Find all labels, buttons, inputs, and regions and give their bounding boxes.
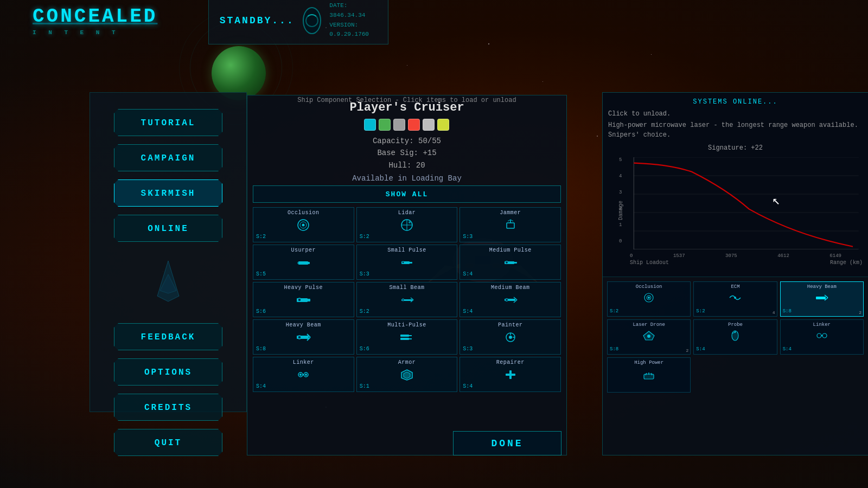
game-logo: CONCEALED I N T E N T xyxy=(33,5,157,36)
component-usurper[interactable]: Usurper S:5 xyxy=(253,245,354,280)
base-sig-stat: Base Sig: +15 xyxy=(349,147,464,159)
sidebar-item-quit[interactable]: QUIT xyxy=(114,429,222,456)
show-all-button[interactable]: SHOW ALL xyxy=(253,185,561,203)
component-multi-pulse[interactable]: Multi-Pulse S:6 xyxy=(356,319,458,355)
loadout-ecm[interactable]: ECM S:2 4 xyxy=(693,281,777,317)
sidebar-item-skirmish[interactable]: SKIRMISH xyxy=(114,179,222,207)
loading-bay-section: Available in Loading Bay SHOW ALL xyxy=(253,174,561,203)
sidebar-item-campaign[interactable]: CAMPAIGN xyxy=(114,144,222,171)
component-multi-pulse-icon xyxy=(398,331,416,344)
svg-point-18 xyxy=(402,261,404,264)
version-info: DATE: 3846.34.34 VERSION: 0.9.29.1760 xyxy=(329,1,377,39)
loadout-high-power[interactable]: High Power xyxy=(607,357,691,393)
component-heavy-beam-icon xyxy=(295,331,312,344)
loadout-occlusion-name: Occlusion xyxy=(636,284,662,290)
component-small-pulse[interactable]: Small Pulse S:3 xyxy=(356,245,458,280)
weapon-description: High-power microwave laser - the longest… xyxy=(608,120,863,140)
loadout-laser-drone[interactable]: Laser Drone S:8 2 xyxy=(607,319,691,355)
component-linker[interactable]: Linker S:4 xyxy=(253,357,354,392)
svg-point-24 xyxy=(298,298,301,301)
component-armor[interactable]: Armor S:1 xyxy=(356,357,458,392)
component-heavy-beam[interactable]: Heavy Beam S:8 xyxy=(253,319,354,355)
loadout-ecm-icon xyxy=(727,292,743,306)
sidebar-item-options[interactable]: OPTIONS xyxy=(114,358,222,386)
loadout-linker-name: Linker xyxy=(813,322,831,328)
cursor-arrow: ↖ xyxy=(773,192,780,208)
loadout-probe-icon xyxy=(727,330,743,344)
logo-subtitle: I N T E N T xyxy=(33,29,157,36)
component-multi-pulse-name: Multi-Pulse xyxy=(387,322,426,328)
component-small-beam[interactable]: Small Beam S:2 xyxy=(356,282,458,317)
sidebar-item-tutorial[interactable]: TUTORIAL xyxy=(114,109,222,136)
loading-bay-title: Available in Loading Bay xyxy=(253,174,561,183)
x-label-1537: 1537 xyxy=(673,253,685,259)
color-dot-gray[interactable] xyxy=(393,119,405,131)
component-linker-icon xyxy=(295,368,312,381)
component-painter-sig: S:3 xyxy=(463,346,473,352)
svg-point-8 xyxy=(409,221,411,223)
color-dot-lightgray[interactable] xyxy=(423,119,435,131)
sidebar: TUTORIAL CAMPAIGN SKIRMISH ONLINE FEEDBA… xyxy=(90,92,247,412)
component-medium-beam-name: Medium Beam xyxy=(491,285,530,291)
y-label-0: 0 xyxy=(619,239,622,244)
loadout-heavy-beam-name: Heavy Beam xyxy=(807,284,837,290)
loadout-linker[interactable]: Linker S:4 xyxy=(780,319,864,355)
component-medium-pulse-sig: S:4 xyxy=(463,271,473,277)
systems-online-text: SYSTEMS ONLINE... xyxy=(608,98,863,106)
component-armor-name: Armor xyxy=(398,359,416,365)
component-usurper-icon xyxy=(295,256,312,269)
color-dot-cyan[interactable] xyxy=(364,119,376,131)
svg-rect-9 xyxy=(507,223,514,228)
ship-silhouette xyxy=(149,258,187,307)
svg-point-49 xyxy=(305,374,307,376)
loadout-ecm-count: 4 xyxy=(773,310,775,315)
loadout-high-power-icon xyxy=(641,370,656,385)
component-painter-name: Painter xyxy=(498,322,523,328)
component-occlusion[interactable]: Occlusion S:2 xyxy=(253,207,354,242)
sidebar-item-credits[interactable]: CREDITS xyxy=(114,394,222,421)
chart-area: 5 4 3 2 1 0 xyxy=(630,157,863,259)
x-label-4612: 4612 xyxy=(777,253,789,259)
component-medium-beam-sig: S:4 xyxy=(463,309,473,314)
component-painter[interactable]: Painter S:3 xyxy=(459,319,561,355)
svg-rect-39 xyxy=(407,335,412,336)
loadout-heavy-beam[interactable]: Heavy Beam S:8 2 xyxy=(780,281,864,317)
component-armor-sig: S:1 xyxy=(360,383,369,389)
top-header: STANDBY... DATE: 3846.34.34 VERSION: 0.9… xyxy=(250,0,347,41)
loadout-heavy-beam-sig: S:8 xyxy=(783,309,792,314)
loadout-probe[interactable]: Probe S:4 xyxy=(693,319,777,355)
click-unload-text: Click to unload. xyxy=(608,110,863,118)
ship-header: Player's Cruiser Capacity: 50/55 Base Si… xyxy=(349,101,464,171)
loadout-occlusion[interactable]: Occlusion S:2 xyxy=(607,281,691,317)
color-dot-red[interactable] xyxy=(408,119,420,131)
svg-point-71 xyxy=(648,297,650,299)
sidebar-item-online[interactable]: ONLINE xyxy=(114,215,222,242)
y-label-2: 2 xyxy=(619,206,622,211)
y-label-1: 1 xyxy=(619,222,622,228)
loadout-probe-name: Probe xyxy=(728,322,743,328)
component-medium-beam[interactable]: Medium Beam S:4 xyxy=(459,282,561,317)
y-label-3: 3 xyxy=(619,190,622,195)
color-dot-green[interactable] xyxy=(379,119,391,131)
ship-loadout-grid: Occlusion S:2 ECM S:2 4 Heavy Beam S:8 2… xyxy=(603,277,868,397)
chart-loadout-label: Ship Loadout xyxy=(630,260,669,266)
svg-point-4 xyxy=(302,223,305,226)
chart-x-axis-label: Range (km) xyxy=(830,260,863,266)
component-lidar-icon xyxy=(398,219,416,232)
component-heavy-pulse[interactable]: Heavy Pulse S:6 xyxy=(253,282,354,317)
sidebar-item-feedback[interactable]: FEEDBACK xyxy=(114,323,222,350)
x-label-3075: 3075 xyxy=(725,253,737,259)
component-small-pulse-sig: S:3 xyxy=(360,271,369,277)
svg-point-32 xyxy=(505,298,508,301)
component-medium-pulse[interactable]: Medium Pulse S:4 xyxy=(459,245,561,280)
svg-rect-20 xyxy=(512,262,517,264)
component-lidar[interactable]: Lidar S:2 xyxy=(356,207,458,242)
component-repairer[interactable]: Repairer S:4 xyxy=(459,357,561,392)
done-button[interactable]: DONE xyxy=(453,431,561,455)
component-jammer[interactable]: Jammer S:3 xyxy=(459,207,561,242)
color-dot-yellow[interactable] xyxy=(437,119,449,131)
svg-point-82 xyxy=(822,333,827,338)
capacity-stat: Capacity: 50/55 xyxy=(349,135,464,147)
svg-point-21 xyxy=(505,261,508,264)
svg-point-77 xyxy=(647,335,650,338)
